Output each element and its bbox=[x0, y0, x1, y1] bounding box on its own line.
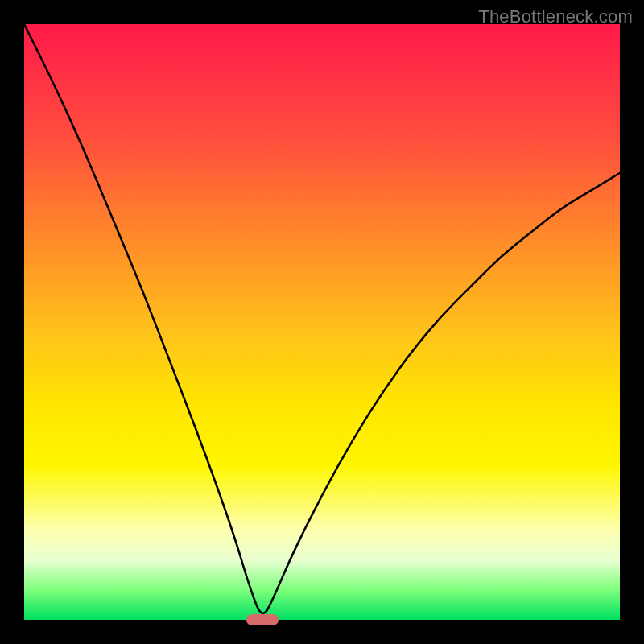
chart-background-gradient bbox=[24, 24, 620, 620]
optimum-marker bbox=[246, 614, 279, 625]
chart-frame bbox=[24, 24, 620, 620]
